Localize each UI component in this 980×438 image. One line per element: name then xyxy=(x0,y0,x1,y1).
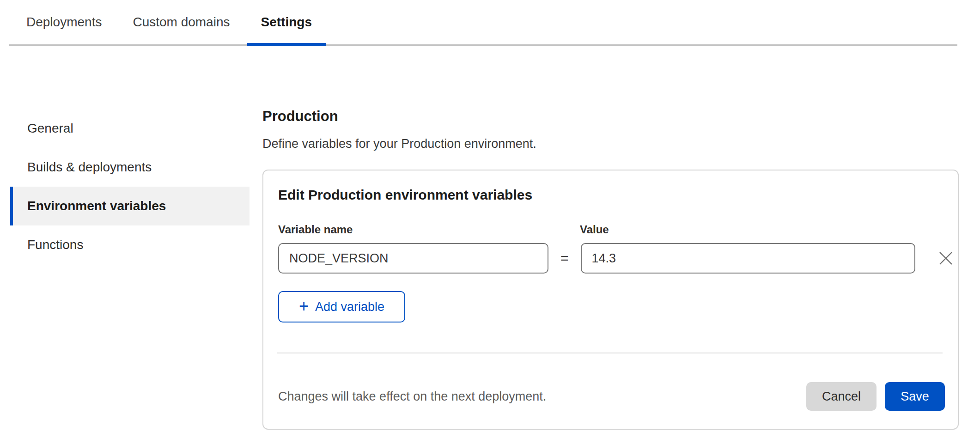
equals-separator: = xyxy=(560,250,569,266)
value-label: Value xyxy=(580,223,609,236)
sidebar-item-label: General xyxy=(27,121,73,136)
tab-bar: Deployments Custom domains Settings xyxy=(9,0,957,46)
close-icon xyxy=(938,250,954,266)
footer-actions: Cancel Save xyxy=(806,382,945,411)
tab-settings[interactable]: Settings xyxy=(247,0,326,44)
variable-row: = xyxy=(278,243,956,274)
variable-name-label: Variable name xyxy=(278,223,353,236)
tab-label: Custom domains xyxy=(133,15,230,30)
card-footer: Changes will take effect on the next dep… xyxy=(278,379,945,414)
sidebar-item-builds-deployments[interactable]: Builds & deployments xyxy=(10,148,250,187)
cancel-button[interactable]: Cancel xyxy=(806,382,877,411)
page-title: Production xyxy=(262,108,338,125)
sidebar-item-functions[interactable]: Functions xyxy=(10,225,250,264)
settings-sidebar: General Builds & deployments Environment… xyxy=(10,109,250,264)
tab-custom-domains[interactable]: Custom domains xyxy=(119,0,243,44)
tab-label: Deployments xyxy=(26,15,102,30)
sidebar-item-environment-variables[interactable]: Environment variables xyxy=(10,187,250,225)
card-divider xyxy=(277,353,943,353)
settings-page: Deployments Custom domains Settings Gene… xyxy=(0,0,980,438)
add-variable-label: Add variable xyxy=(315,300,384,314)
variable-name-input[interactable] xyxy=(278,243,548,274)
variable-value-input[interactable] xyxy=(581,243,915,274)
sidebar-item-label: Builds & deployments xyxy=(27,160,152,175)
save-button[interactable]: Save xyxy=(885,382,945,411)
sidebar-item-label: Environment variables xyxy=(27,199,166,213)
active-tab-underline xyxy=(247,43,326,46)
tab-label: Settings xyxy=(261,15,312,30)
plus-icon: + xyxy=(299,298,309,315)
add-variable-button[interactable]: + Add variable xyxy=(278,291,405,322)
remove-variable-button[interactable] xyxy=(936,248,956,268)
env-vars-card: Edit Production environment variables Va… xyxy=(262,170,959,430)
tab-deployments[interactable]: Deployments xyxy=(12,0,116,44)
deployment-note: Changes will take effect on the next dep… xyxy=(278,389,546,404)
sidebar-item-label: Functions xyxy=(27,237,83,252)
page-description: Define variables for your Production env… xyxy=(262,137,536,151)
card-heading: Edit Production environment variables xyxy=(278,187,532,203)
sidebar-item-general[interactable]: General xyxy=(10,109,250,148)
